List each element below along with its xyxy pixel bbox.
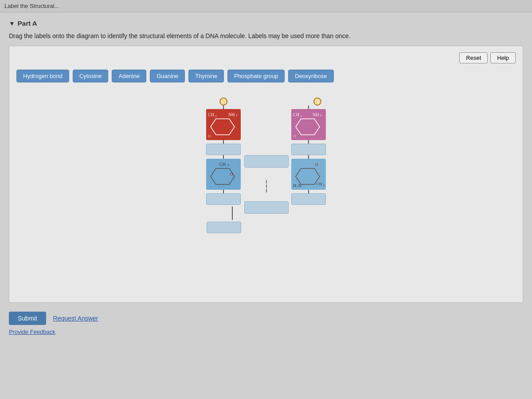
svg-text:2: 2 xyxy=(215,114,217,118)
svg-marker-12 xyxy=(296,119,320,135)
right-backbone-1 xyxy=(308,106,309,109)
drop-zone-sugar-right-1[interactable] xyxy=(291,144,326,155)
sugar-block-right-1: CH 2 NH 2 O xyxy=(291,109,326,140)
help-button[interactable]: Help xyxy=(490,52,516,63)
right-nuc-1: CH 2 NH 2 O xyxy=(291,98,326,205)
right-strand: CH 2 NH 2 O xyxy=(291,98,326,205)
request-answer-button[interactable]: Request Answer xyxy=(53,315,98,322)
base-block-right-1: O H 2 N CH 2 xyxy=(291,159,326,190)
svg-text:N: N xyxy=(298,183,301,188)
right-backbone-2 xyxy=(308,140,309,144)
provide-feedback-link[interactable]: Provide Feedback xyxy=(9,329,523,335)
backbone-line-1d xyxy=(223,190,224,193)
svg-text:2: 2 xyxy=(300,114,302,118)
part-arrow: ▼ xyxy=(9,20,15,27)
drop-zone-center-bottom[interactable] xyxy=(244,201,289,214)
svg-text:CH: CH xyxy=(317,182,322,186)
instruction-text: Drag the labels onto the diagram to iden… xyxy=(9,32,523,39)
svg-text:CH: CH xyxy=(293,112,299,117)
right-phosphate-row xyxy=(313,98,321,106)
label-adenine[interactable]: Adenine xyxy=(112,70,146,82)
labels-row: Hydrogen bond Cytosine Adenine Guanine T… xyxy=(16,70,516,82)
main-content: ▼ Part A Drag the labels onto the diagra… xyxy=(0,12,532,342)
top-bar-text: Label the Structural... xyxy=(4,3,59,9)
svg-text:3: 3 xyxy=(227,163,229,167)
bottom-pair-connection xyxy=(244,201,289,214)
connector-line-left xyxy=(232,207,233,220)
svg-text:O: O xyxy=(208,134,211,138)
top-pair-connection xyxy=(244,155,289,168)
top-bar: Label the Structural... xyxy=(0,0,532,12)
svg-text:O: O xyxy=(230,172,233,176)
label-phosphate-group[interactable]: Phosphate group xyxy=(227,70,285,82)
sugar-molecule-svg-1: CH 2 NH 2 O xyxy=(207,110,240,139)
left-connector xyxy=(215,207,233,220)
svg-text:O: O xyxy=(293,134,296,138)
base-block-1: CH 3 O xyxy=(206,159,241,190)
right-backbone-3 xyxy=(308,155,309,159)
hbond-dash-2 xyxy=(266,184,267,188)
label-deoxyribose[interactable]: Deoxyribose xyxy=(288,70,333,82)
svg-text:2: 2 xyxy=(323,184,325,187)
part-label: Part A xyxy=(18,20,37,27)
svg-marker-20 xyxy=(296,168,320,184)
backbone-line-1 xyxy=(223,106,224,109)
svg-text:CH: CH xyxy=(208,112,214,117)
label-guanine[interactable]: Guanine xyxy=(150,70,185,82)
h-bond-region xyxy=(266,180,267,192)
svg-text:NH: NH xyxy=(313,112,319,117)
submit-button[interactable]: Submit xyxy=(9,312,46,325)
part-header: ▼ Part A xyxy=(9,20,523,27)
drop-zone-sugar-1[interactable] xyxy=(206,144,241,155)
label-thymine[interactable]: Thymine xyxy=(188,70,224,82)
base-molecule-svg-1: CH 3 O xyxy=(207,160,240,189)
center-connector xyxy=(244,155,289,214)
drop-zone-base-right-1[interactable] xyxy=(291,193,326,205)
label-cytosine[interactable]: Cytosine xyxy=(73,70,109,82)
svg-text:O: O xyxy=(315,162,318,167)
svg-text:2: 2 xyxy=(320,113,322,117)
svg-text:H: H xyxy=(293,183,296,188)
bottom-bar: Submit Request Answer xyxy=(9,312,523,325)
backbone-line-1c xyxy=(223,155,224,159)
svg-text:NH: NH xyxy=(228,112,235,117)
diagram-container: Reset Help Hydrogen bond Cytosine Adenin… xyxy=(9,46,523,303)
drop-zone-center-top[interactable] xyxy=(244,155,289,168)
phosphate-circle-right-1 xyxy=(313,98,321,106)
dna-diagram-wrapper: CH 2 NH 2 O xyxy=(16,93,516,238)
right-backbone-4 xyxy=(308,190,309,193)
svg-marker-8 xyxy=(211,168,235,184)
hbond-dash-3 xyxy=(266,189,267,192)
drop-zone-extra-left[interactable] xyxy=(207,222,241,233)
backbone-line-1b xyxy=(223,140,224,144)
hbond-dash-1 xyxy=(266,180,267,184)
reset-button[interactable]: Reset xyxy=(459,52,488,63)
sugar-block-1: CH 2 NH 2 O xyxy=(206,109,241,140)
reset-help-row: Reset Help xyxy=(16,52,516,63)
sugar-molecule-svg-r1: CH 2 NH 2 O xyxy=(292,110,325,139)
drop-zone-base-1[interactable] xyxy=(206,193,241,205)
phosphate-circle-1 xyxy=(219,98,227,106)
base-molecule-svg-r1: O H 2 N CH 2 xyxy=(292,160,325,189)
label-hydrogen-bond[interactable]: Hydrogen bond xyxy=(16,70,69,82)
left-nuc-1: CH 2 NH 2 O xyxy=(206,98,242,205)
svg-text:2: 2 xyxy=(236,113,238,117)
left-backbone-col-1: CH 2 NH 2 O xyxy=(206,98,241,205)
svg-text:CH: CH xyxy=(219,162,226,167)
left-strand: CH 2 NH 2 O xyxy=(206,98,242,233)
svg-marker-2 xyxy=(211,119,235,135)
